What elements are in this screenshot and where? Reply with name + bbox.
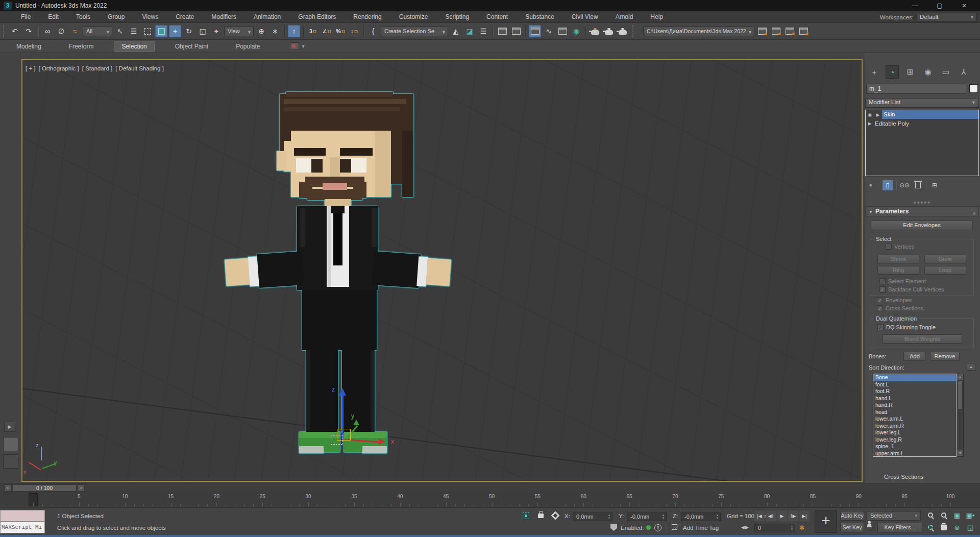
menu-arnold[interactable]: Arnold — [607, 11, 642, 23]
add-bone-button[interactable]: Add — [903, 352, 926, 361]
dq-skinning-toggle-checkbox[interactable]: ✓DQ Skinning Toggle — [877, 324, 936, 330]
z-coord-field[interactable]: -0,0mm▲▼ — [681, 512, 721, 521]
y-coord-field[interactable]: -0,0mm▲▼ — [627, 512, 667, 521]
x-coord-field[interactable]: 0,0mm▲▼ — [573, 512, 612, 521]
modifier-stack-item-skin[interactable]: ◉▶Skin — [866, 110, 978, 119]
bone-item-upper.arm.l[interactable]: upper.arm.L — [873, 450, 956, 457]
parameters-rollout-header[interactable]: ▼Parameters ⠿ — [865, 206, 979, 216]
bind-to-space-warp-icon[interactable]: ≈ — [69, 25, 81, 37]
ribbon-tab-freeform[interactable]: Freeform — [62, 41, 101, 52]
go-to-end-icon[interactable]: ▶| — [799, 511, 810, 521]
select-and-move-icon[interactable]: + — [169, 25, 181, 37]
ribbon-tab-object-paint[interactable]: Object Paint — [168, 41, 215, 52]
open-layer-explorer-icon[interactable] — [510, 25, 522, 37]
macro-recorder-field[interactable] — [0, 510, 45, 522]
viewport-layout-flyout-button[interactable]: ▶ — [4, 422, 15, 432]
expand-arrow-icon[interactable]: ▶ — [866, 121, 874, 126]
pin-stack-icon[interactable]: ⌖ — [866, 180, 876, 190]
menu-edit[interactable]: Edit — [39, 11, 67, 23]
maximize-button[interactable]: ▢ — [929, 0, 950, 11]
track-bar[interactable]: 5101520253035404550556065707580859095100 — [0, 492, 980, 507]
bone-item-lower.arm.l[interactable]: lower.arm.L — [873, 416, 956, 423]
panel-splitter[interactable]: ●●●●● — [865, 200, 980, 205]
set-keys-button[interactable]: + — [815, 510, 837, 533]
unlink-selection-icon[interactable]: ∅ — [55, 25, 67, 37]
viewport-layout-tab-1[interactable] — [3, 437, 18, 451]
snaps-toggle-icon[interactable]: 3Ω — [307, 25, 319, 37]
selection-lock-icon[interactable] — [538, 511, 544, 518]
selection-set-dropdown[interactable]: Selected▼ — [867, 511, 921, 521]
viewport-menu-pov[interactable]: [ Orthographic ] — [39, 65, 79, 71]
scene-window-icon-4[interactable] — [797, 25, 810, 37]
toggle-ribbon-icon[interactable] — [529, 25, 541, 37]
display-tab-icon[interactable]: ▭ — [939, 65, 952, 79]
zoom-all-icon[interactable] — [938, 510, 949, 520]
ribbon-tab-populate[interactable]: Populate — [229, 41, 267, 52]
cross-sections-checkbox[interactable]: ✓Cross Sections — [877, 305, 923, 311]
viewport-menu-general[interactable]: [ + ] — [26, 65, 36, 71]
ribbon-overflow-button[interactable]: ▼ — [290, 42, 306, 50]
previous-frame-button[interactable]: < — [4, 484, 11, 492]
edit-named-selection-sets-icon[interactable]: { — [367, 25, 379, 37]
project-folder-dropdown[interactable]: C:\Users\Дима\Documents\3ds Max 2022▼ — [643, 26, 754, 36]
scene-window-icon-2[interactable] — [770, 25, 782, 37]
keyboard-shortcut-override-icon[interactable]: ↑ — [288, 25, 300, 37]
menu-substance[interactable]: Substance — [517, 11, 563, 23]
zoom-region-icon[interactable] — [925, 522, 936, 532]
rendered-frame-window-icon[interactable] — [603, 25, 615, 37]
time-configuration-icon[interactable]: ✱ — [799, 524, 804, 531]
current-frame-field[interactable]: 0▲▼ — [754, 524, 795, 532]
vertices-checkbox[interactable]: Vertices — [886, 243, 914, 250]
viewport[interactable]: [ + ] [ Orthographic ] [ Standard ] [ De… — [21, 59, 863, 482]
ribbon-tab-selection[interactable]: Selection — [114, 41, 154, 52]
orbit-icon[interactable]: ⊚ — [951, 522, 963, 532]
bone-item-bone[interactable]: Bone — [873, 374, 956, 381]
bone-item-foot.r[interactable]: foot.R — [873, 388, 956, 395]
visibility-eye-icon[interactable]: ◉ — [866, 112, 874, 117]
menu-modifiers[interactable]: Modifiers — [203, 11, 245, 23]
bone-item-head[interactable]: head — [873, 409, 956, 416]
time-slider[interactable]: < 0 / 100 > — [0, 483, 980, 492]
bone-item-spine_1[interactable]: spine_1 — [873, 443, 956, 450]
isolate-selection-icon[interactable] — [523, 512, 529, 519]
menu-graph-editors[interactable]: Graph Editors — [289, 11, 345, 23]
curve-editor-icon[interactable]: ∿ — [543, 25, 555, 37]
mirror-icon[interactable]: ◭ — [450, 25, 462, 37]
bone-item-lower.leg.l[interactable]: lower.leg.L — [873, 429, 956, 436]
scene-window-icon-3[interactable] — [783, 25, 796, 37]
utilities-tab-icon[interactable]: ⅄ — [957, 65, 970, 79]
zoom-extents-icon[interactable]: ▣ — [951, 510, 963, 520]
menu-help[interactable]: Help — [642, 11, 672, 23]
toolbar-grip[interactable] — [3, 25, 6, 37]
object-name-field[interactable] — [866, 84, 966, 94]
previous-frame-icon[interactable]: ◀‖ — [766, 511, 776, 521]
viewport-menu-shading[interactable]: [ Default Shading ] — [115, 65, 164, 71]
auto-key-button[interactable]: Auto Key — [840, 511, 864, 521]
blend-weights-button[interactable]: Blend Weights — [883, 334, 962, 344]
enabled-status-dot[interactable] — [646, 525, 651, 530]
select-by-name-icon[interactable]: ☰ — [128, 25, 140, 37]
sort-direction-button[interactable]: ▲ — [967, 363, 975, 371]
menu-scripting[interactable]: Scripting — [436, 11, 478, 23]
time-slider-handle[interactable]: 0 / 100 — [12, 484, 77, 492]
grow-button[interactable]: Grow — [924, 255, 966, 263]
menu-tools[interactable]: Tools — [67, 11, 99, 23]
scrollbar-thumb[interactable] — [958, 381, 963, 409]
close-button[interactable]: × — [953, 0, 975, 11]
modifier-list-dropdown[interactable]: Modifier List▼ — [865, 98, 979, 108]
modifier-stack-item-editable-poly[interactable]: ▶Editable Poly — [866, 119, 978, 128]
toggle-scene-explorer-icon[interactable] — [496, 25, 508, 37]
render-setup-icon[interactable] — [589, 25, 601, 37]
edit-envelopes-button[interactable]: Edit Envelopes — [871, 221, 973, 230]
add-time-tag[interactable]: Add Time Tag — [683, 525, 719, 531]
key-filters-button[interactable]: Key Filters... — [877, 523, 922, 532]
rectangular-selection-region-icon[interactable] — [141, 25, 154, 37]
select-and-place-icon[interactable]: ⌖ — [210, 25, 223, 37]
set-key-button[interactable]: Set Key — [840, 523, 864, 532]
spinner-icon[interactable]: ▲▼ — [607, 514, 611, 520]
go-to-start-icon[interactable]: |◀ — [754, 511, 765, 521]
remove-bone-button[interactable]: Remove — [930, 352, 960, 361]
menu-views[interactable]: Views — [133, 11, 167, 23]
motion-tab-icon[interactable]: ◉ — [921, 65, 935, 79]
menu-animation[interactable]: Animation — [245, 11, 289, 23]
